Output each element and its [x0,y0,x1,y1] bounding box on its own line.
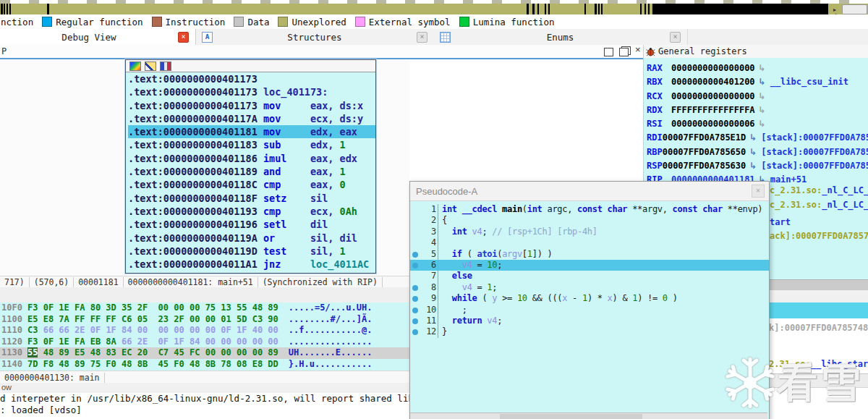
navigator-mark [595,4,597,14]
pseudocode-line[interactable]: 5 if ( atoi(argv[1]) ) [410,249,769,260]
pseudocode-line[interactable]: 10 ; [410,305,769,316]
disasm-line[interactable]: .text:000000000040119A or sil, dil [128,232,375,245]
flowchart-icon[interactable] [160,62,171,71]
disasm-line[interactable]: .text:0000000000401196 setl dil [128,218,375,231]
disasm-line[interactable]: .text:0000000000401173 mov eax, ds:x [128,99,375,112]
disasm-line[interactable]: .text:000000000040118F setz sil [128,192,375,205]
pseudocode-text: int __cdecl main(int argc, const char **… [438,204,762,215]
breakpoint-dot[interactable] [410,282,420,293]
disasm-line[interactable]: .text:0000000000401181 mov edx, eax [128,125,375,138]
disasm-line[interactable]: .text:000000000040119D test sil, 1 [128,245,375,258]
follow-arrow-icon[interactable]: ↳ [759,90,766,103]
pseudocode-hscrollbar[interactable] [410,412,767,419]
pseudocode-line[interactable]: 6 v4 = 10; [410,260,769,271]
tab-debug-view[interactable]: Debug View × [0,29,196,45]
breakpoint-dot[interactable] [410,260,420,271]
pseudocode-line[interactable]: 4 [410,237,769,248]
pseudocode-line[interactable]: 3 int v4; // [rsp+1Ch] [rbp-4h] [410,227,769,237]
line-number: 1 [420,204,438,215]
register-target: __libc_csu_init [770,75,848,89]
disasm-line[interactable]: .text:0000000000401186 imul eax, edx [128,152,375,165]
line-number: 10 [420,305,438,316]
breakpoint-dot[interactable] [410,305,420,316]
navigator-mark [648,4,650,14]
hex-row[interactable]: 1100E5 E8 7A FF FF FF C6 05 23 2F 00 00 … [0,314,409,326]
hex-row[interactable]: 1110C3 66 66 2E 0F 1F 84 00 00 00 00 00 … [0,325,409,337]
register-row[interactable]: RSP00007FFD0A785630↳[stack]:00007FFD0A78… [644,159,868,173]
register-row[interactable]: RDXFFFFFFFFFFFFFFFA↳ [644,103,868,117]
gutter-cell[interactable] [410,237,420,248]
register-row[interactable]: RSI0000000000000006↳ [644,117,868,131]
register-row[interactable]: RCX0000000000000000↳ [644,90,868,103]
maximize-button[interactable] [604,48,613,56]
pseudocode-window: Pseudocode-A × 1int __cdecl main(int arg… [409,181,770,419]
register-value[interactable]: 00007FFD0A785E1D [663,131,746,145]
follow-arrow-icon[interactable]: ↳ [749,145,757,159]
pseudocode-line[interactable]: 11 return v4; [410,316,769,326]
breakpoint-dot[interactable] [410,326,420,337]
close-pane-button[interactable]: × [635,46,643,54]
pseudocode-line[interactable]: 9 while ( y >= 10 && (((x - 1) * x) & 1)… [410,293,769,304]
navigator-mark [584,4,586,14]
pseudocode-text: else [438,271,472,282]
tab-enums[interactable]: Enums × [434,29,688,45]
pseudocode-line[interactable]: 8 v4 = 1; [410,282,769,293]
register-value[interactable]: 0000000000401200 [671,75,755,89]
follow-arrow-icon[interactable]: ↳ [749,159,757,173]
disasm-line[interactable]: .text:000000000040117A mov ecx, ds:y [128,112,375,125]
pseudocode-line[interactable]: 7 else [410,271,769,282]
pseudocode-titlebar[interactable]: Pseudocode-A × [410,182,769,201]
hex-row[interactable]: 10F0F3 0F 1E FA 80 3D 35 2F 00 00 00 75 … [0,302,409,314]
hex-row[interactable]: 113055 48 89 E5 48 83 EC 20 C7 45 FC 00 … [0,347,409,359]
gutter-cell[interactable] [410,227,420,237]
disasm-line[interactable]: .text:000000000040118C cmp eax, 0 [128,178,375,191]
scrollbar-thumb[interactable] [500,414,643,419]
follow-arrow-icon[interactable]: ↳ [759,62,766,75]
pseudocode-line[interactable]: 1int __cdecl main(int argc, const char *… [410,204,769,215]
gutter-cell[interactable] [410,204,420,215]
gutter-cell[interactable] [410,271,420,282]
disasm-line[interactable]: .text:0000000000401173 [128,72,375,85]
pseudocode-close-icon[interactable]: × [752,185,765,198]
breakpoint-dot[interactable] [410,316,420,326]
hex-row[interactable]: 1120F3 0F 1E FA EB 8A 66 2E 0F 1F 84 00 … [0,337,409,348]
output-window[interactable]: d interpeter in /usr/lib/x86_64-linux-gn… [0,393,409,419]
colors-icon[interactable] [129,62,141,71]
pseudocode-line[interactable]: 2{ [410,215,769,226]
gutter-cell[interactable] [410,215,420,226]
tab-enums-close-icon[interactable]: × [670,32,681,43]
restore-button[interactable] [619,48,629,56]
tab-structures[interactable]: A Structures × [196,29,435,45]
register-row[interactable]: RDI00007FFD0A785E1D↳[stack]:00007FFD0A78… [644,131,868,145]
status-cell: (Synchronized with RIP) [258,277,383,287]
follow-arrow-icon[interactable]: ↳ [759,117,766,131]
register-value[interactable]: 00007FFD0A785650 [663,145,746,159]
breakpoint-dot[interactable] [410,249,420,260]
breakpoint-dot[interactable] [410,293,420,304]
disasm-line[interactable]: .text:0000000000401189 and eax, 1 [128,165,375,178]
edit-icon[interactable] [145,62,156,71]
navigator-slider[interactable] [842,4,867,14]
register-row[interactable]: RBP00007FFD0A785650↳[stack]:00007FFD0A78… [644,145,868,159]
ida-debugger-screen: ▸◂ nction Regular functionInstructionDat… [0,0,868,419]
tab-structures-close-icon[interactable]: × [417,32,427,43]
disasm-line[interactable]: .text:0000000000401183 sub edx, 1 [128,138,375,151]
register-value[interactable]: 00007FFD0A785630 [663,159,746,173]
hex-row[interactable]: 11407D F8 48 89 75 F0 48 8B 45 F0 48 8B … [0,359,409,371]
register-value[interactable]: FFFFFFFFFFFFFFFA [671,103,755,117]
pseudocode-line[interactable]: 12} [410,326,769,337]
follow-arrow-icon[interactable]: ↳ [749,131,757,145]
tab-debug-view-close-icon[interactable]: × [178,32,189,43]
register-value[interactable]: 0000000000000000 [671,62,755,75]
register-value[interactable]: 0000000000000006 [671,117,755,131]
dock-splitter[interactable] [0,287,409,303]
follow-arrow-icon[interactable]: ↳ [759,75,766,89]
disasm-line[interactable]: .text:0000000000401173 loc_401173: [128,85,375,98]
disasm-line[interactable]: .text:00000000004011A1 jnz loc_4011AC [128,258,375,271]
navigator-band[interactable]: ▸◂ [0,4,868,14]
register-value[interactable]: 0000000000000000 [671,90,755,103]
register-row[interactable]: RBX0000000000401200↳__libc_csu_init [644,75,868,89]
follow-arrow-icon[interactable]: ↳ [759,103,766,117]
disasm-line[interactable]: .text:0000000000401193 cmp ecx, 0Ah [128,205,375,218]
register-row[interactable]: RAX0000000000000000↳ [644,62,868,75]
